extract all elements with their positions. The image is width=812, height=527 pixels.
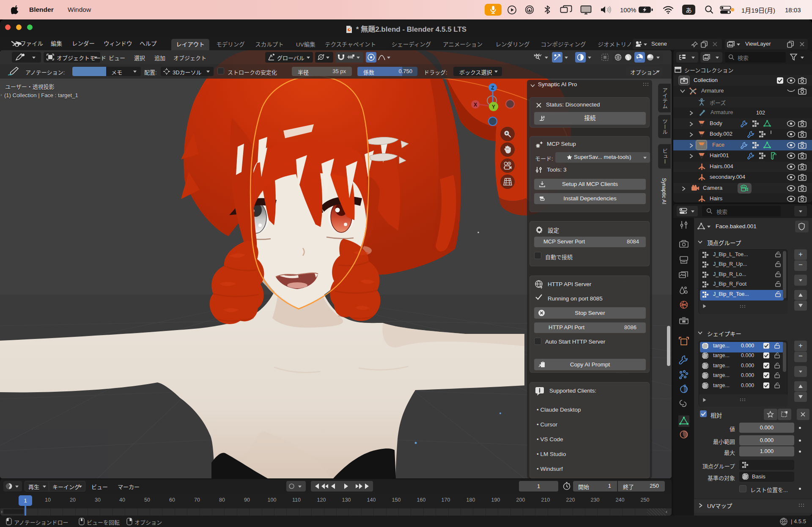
svg-text:Y: Y [492,104,495,110]
svg-text:Z: Z [491,85,494,91]
svg-text:X: X [474,102,477,108]
